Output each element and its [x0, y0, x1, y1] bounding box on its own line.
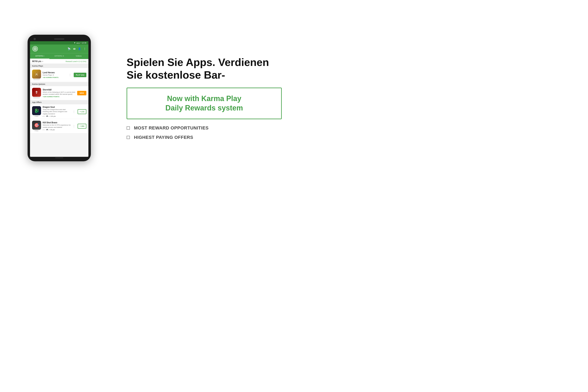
feature-item-2: HIGHEST PAYING OFFERS: [126, 135, 282, 140]
tab-bar: OFFERS I OFFERS II Videos: [30, 53, 88, 59]
headline-line-1: Spielen Sie Apps. Verdienen: [126, 56, 282, 68]
stormfall-icon-col: 🗡 03/30/2016: [32, 88, 41, 98]
dragon-soul-meta-icons: ▪! ✓ 🎮: [43, 115, 48, 117]
feature-checkbox-1: [126, 126, 130, 130]
stormfall-subtitle: Which of the following is NOT a Lost Art…: [43, 91, 76, 96]
dragon-soul-free: FREE: [35, 116, 38, 117]
features-list: MOST REWARD OPPORTUNITIES HIGHEST PAYING…: [126, 125, 282, 140]
kill-shot-item[interactable]: 🎯 FREE Kill Shot Bravo Welcome to the #1…: [30, 119, 88, 133]
app-bar: 📡 🎟 👤 ⋮: [30, 44, 88, 53]
dragon-soul-more[interactable]: ⋮: [73, 110, 75, 113]
svg-point-1: [34, 48, 36, 50]
status-bar: ▼ ▲▲ ▪ 12:30: [30, 41, 88, 44]
kill-shot-subtitle: Welcome to the #1 FPS experience for mob…: [43, 124, 71, 128]
tab-videos[interactable]: Videos: [69, 53, 88, 59]
status-time: 12:30: [82, 42, 86, 44]
dragon-soul-icon-col: 🐉 FREE: [32, 106, 41, 117]
karma-quizzes-header: Karma Quizzes: [30, 82, 88, 86]
karma-line-1: Now with Karma Play: [135, 94, 273, 104]
dragon-soul-content: Dragon Soul Jump into DragonSoul and sta…: [43, 106, 71, 117]
kill-shot-emoji: 🎯: [34, 123, 39, 128]
offers-list: Karma Plays ⚔ 08/30/2016 Lord Heroes Kar…: [30, 64, 88, 157]
kill-shot-free: FREE: [35, 130, 38, 132]
tab-offers-2[interactable]: OFFERS II: [50, 53, 69, 59]
reward-level: Reward Level 4 (+12.5%): [66, 60, 86, 62]
kill-shot-icon: 🎯: [32, 121, 41, 130]
karma-line-2: Daily Rewards system: [135, 103, 273, 113]
lord-heroes-emoji: ⚔: [35, 72, 38, 76]
kill-shot-meta: ▪! ✓ 🎮 + 90 pts: [43, 129, 71, 131]
stormfall-title: Stormfall: [43, 88, 76, 91]
lord-heroes-date: 08/30/2016: [34, 79, 40, 80]
kill-shot-meta-pts: + 90 pts: [49, 129, 55, 131]
home-button: [55, 158, 63, 158]
stormfall-content: Stormfall Which of the following is NOT …: [43, 88, 76, 98]
dragon-soul-item[interactable]: 🐉 FREE Dragon Soul Jump into DragonSoul …: [30, 104, 88, 119]
svg-point-0: [34, 47, 36, 50]
phone-speaker: [54, 38, 64, 40]
stormfall-icon: 🗡: [32, 88, 41, 97]
karma-plays-header: Karma Plays: [30, 64, 88, 68]
dragon-soul-points-button[interactable]: + 172: [78, 109, 86, 114]
phone-section: ▼ ▲▲ ▪ 12:30 📡 🎟 👤 ⋮: [0, 28, 118, 168]
points-arrow-icon[interactable]: ›: [42, 60, 43, 62]
lord-heroes-icon: ⚔: [32, 70, 41, 78]
phone-camera: [34, 38, 36, 40]
content-section: Spielen Sie Apps. Verdienen Sie kostenlo…: [118, 48, 294, 148]
karma-text: Now with Karma Play Daily Rewards system: [135, 94, 273, 113]
feature-checkbox-2: [126, 136, 130, 139]
signal-icon: ▲▲: [76, 42, 80, 44]
stormfall-new-button[interactable]: NEW: [77, 91, 86, 95]
feature-text-1: MOST REWARD OPPORTUNITIES: [134, 125, 209, 131]
lord-heroes-item[interactable]: ⚔ 08/30/2016 Lord Heroes Karma Plays: 8 …: [30, 68, 88, 82]
kill-shot-content: Kill Shot Bravo Welcome to the #1 FPS ex…: [43, 122, 71, 131]
app-bar-icons: 📡 🎟 👤 ⋮: [68, 47, 86, 50]
lord-heroes-play-button[interactable]: PLAY (2x): [74, 73, 86, 77]
lord-heroes-points: +20 KARMA POINTS: [43, 76, 67, 78]
dragon-soul-subtitle: Jump into DragonSoul and start brawling …: [43, 108, 71, 115]
phone-spacer: [83, 38, 85, 40]
kill-shot-points-button[interactable]: + 293: [78, 124, 86, 128]
dragon-soul-meta: ▪! ✓ 🎮 + 130 pts: [43, 115, 71, 117]
phone-screen: ▼ ▲▲ ▪ 12:30 📡 🎟 👤 ⋮: [30, 41, 88, 157]
battery-icon: ▪: [80, 42, 81, 44]
feature-item-1: MOST REWARD OPPORTUNITIES: [126, 125, 282, 131]
lord-heroes-icon-col: ⚔ 08/30/2016: [32, 70, 41, 80]
stormfall-date: 03/30/2016: [34, 97, 40, 98]
stormfall-points: +100 KARMA POINTS: [43, 96, 76, 98]
phone-bottom-bar: [30, 157, 88, 159]
more-icon[interactable]: ⋮: [84, 47, 86, 50]
headline-line-2: Sie kostenlose Bar-: [126, 68, 282, 81]
headline: Spielen Sie Apps. Verdienen Sie kostenlo…: [126, 56, 282, 82]
status-icons: ▼ ▲▲ ▪ 12:30: [74, 42, 86, 44]
stormfall-emoji: 🗡: [35, 90, 38, 94]
phone-top-bar: [30, 37, 88, 41]
kill-shot-meta-icons: ▪! ✓ 🎮: [43, 129, 48, 131]
phone-mockup: ▼ ▲▲ ▪ 12:30 📡 🎟 👤 ⋮: [28, 35, 91, 161]
kill-shot-icon-col: 🎯 FREE: [32, 121, 41, 132]
points-bar: 98765 pts › Reward Level 4 (+12.5%): [30, 59, 88, 64]
points-left: 98765 pts ›: [32, 60, 43, 62]
dragon-soul-meta-pts: + 130 pts: [49, 115, 56, 117]
broadcast-icon[interactable]: 📡: [68, 47, 71, 50]
dragon-soul-icon: 🐉: [32, 106, 41, 115]
stormfall-item[interactable]: 🗡 03/30/2016 Stormfall Which of the foll…: [30, 86, 88, 100]
lord-heroes-subtitle: Karma Plays: 8: [43, 74, 67, 76]
lord-heroes-content: Lord Heroes Karma Plays: 8 +20 KARMA POI…: [43, 72, 67, 78]
kill-shot-title: Kill Shot Bravo: [43, 122, 71, 124]
points-value: 98765 pts: [32, 60, 42, 62]
logo-icon: [33, 47, 37, 51]
lord-heroes-more[interactable]: ⋮: [69, 74, 71, 76]
wifi-icon: ▼: [74, 42, 76, 44]
dragon-soul-emoji: 🐉: [34, 108, 39, 113]
app-offers-header: App Offers: [30, 100, 88, 104]
lord-heroes-title: Lord Heroes: [43, 72, 67, 74]
profile-icon[interactable]: 👤: [78, 47, 81, 50]
tab-offers-1[interactable]: OFFERS I: [30, 53, 50, 59]
app-logo: [32, 46, 38, 52]
tickets-icon[interactable]: 🎟: [73, 47, 76, 50]
karma-box: Now with Karma Play Daily Rewards system: [126, 88, 282, 120]
feature-text-2: HIGHEST PAYING OFFERS: [134, 135, 193, 140]
dragon-soul-title: Dragon Soul: [43, 106, 71, 108]
kill-shot-more[interactable]: ⋮: [73, 125, 75, 128]
